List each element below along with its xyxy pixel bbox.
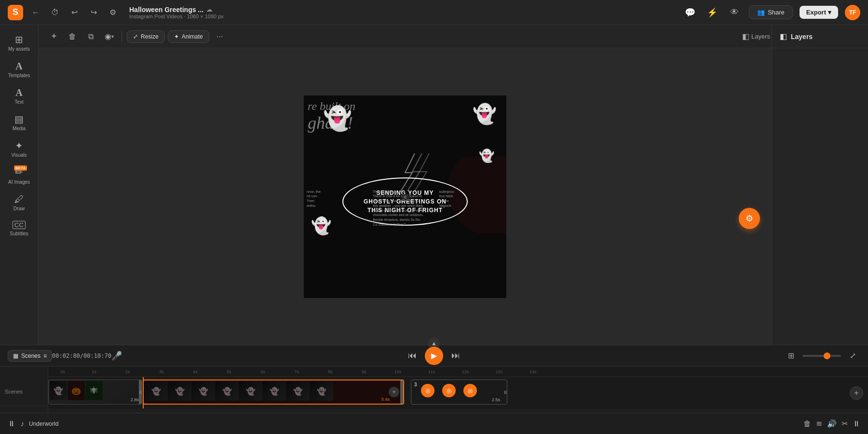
rewind-button[interactable]: ⏮ xyxy=(405,348,420,364)
scene-2-frames: 👻 👻 👻 👻 👻 👻 👻 👻 xyxy=(144,380,403,404)
sidebar-item-media[interactable]: ▤ Media xyxy=(3,110,36,135)
zoom-slider[interactable] xyxy=(802,355,841,357)
playhead-indicator: II xyxy=(401,194,409,201)
frame-2-1: 👻 xyxy=(145,381,168,401)
toolbar-right: ◧ Layers xyxy=(748,29,764,44)
ruler-3s: 3s xyxy=(159,369,164,374)
music-bar: ⏸ ♪ Underworld 🗑 ≋ 🔊 ✂ ⏸ xyxy=(0,413,868,434)
ruler-11s: 11s xyxy=(428,369,435,374)
share-icon: 👥 xyxy=(757,9,765,16)
undo-button[interactable]: ↩ xyxy=(68,6,81,19)
sidebar-item-label: My assets xyxy=(8,46,30,52)
sidebar-item-draw[interactable]: 🖊 Draw xyxy=(3,190,36,215)
text-icon: A xyxy=(15,88,22,97)
sidebar-item-ai-images[interactable]: ✏ BETA AI Images xyxy=(3,163,36,189)
redo-button[interactable]: ↪ xyxy=(87,6,100,19)
frame-2-7: 👻 xyxy=(286,381,310,401)
pause-music-button[interactable]: ⏸ xyxy=(8,420,15,428)
share-button[interactable]: 👥 Share xyxy=(749,5,793,19)
fill-button[interactable]: ◉ ▾ xyxy=(101,29,117,44)
transport-controls: ⏮ ▶ ⏭ xyxy=(405,347,463,365)
ruler-7s: 7s xyxy=(294,369,299,374)
scene-2-resize-handle[interactable] xyxy=(400,380,403,404)
copy-element-button[interactable]: ⧉ xyxy=(83,29,98,44)
layers-header: ◧ Layers xyxy=(772,25,868,48)
tracks-content: 0s 1s 2s 3s 4s 5s 6s 7s 8s 9s 10s 11s 12… xyxy=(48,366,868,413)
scissors-button[interactable]: ✂ xyxy=(841,419,848,428)
frame-1-3: 🕷 xyxy=(85,381,103,400)
audio-wave-button[interactable]: ≋ xyxy=(816,419,822,428)
sidebar-item-templates[interactable]: A Templates xyxy=(3,57,36,82)
chat-button[interactable]: 💬 xyxy=(682,5,698,20)
zoom-thumb[interactable] xyxy=(824,353,830,359)
avatar[interactable]: TF xyxy=(845,5,860,20)
scenes-grid-icon: ▦ xyxy=(13,353,18,359)
scene-block-3[interactable]: 3 ◎ ◎ ◎ ⏸ 2.5s xyxy=(411,380,507,405)
subtitles-icon: CC xyxy=(13,221,26,229)
ruler-1s: 1s xyxy=(92,369,96,374)
ruler-0s: 0s xyxy=(60,369,65,374)
resize-button[interactable]: ⤢ Resize xyxy=(127,30,165,43)
scene-1-resize-handle[interactable]: ⏸ xyxy=(139,380,142,404)
project-title: Halloween Greetings ... ☁ xyxy=(129,6,224,14)
zoom-track[interactable] xyxy=(802,355,841,357)
sidebar-item-visuals[interactable]: ✦ Visuals xyxy=(3,137,36,162)
frame-2-8: 👻 xyxy=(310,381,333,401)
timeline-area: ▲ ▦ Scenes ≡ 00:02:80/00:10:70 🎤 ⏮ ▶ ⏭ ⊞… xyxy=(0,345,868,434)
ruler-4s: 4s xyxy=(193,369,198,374)
cloud-icon: ☁ xyxy=(206,6,212,13)
ruler-5s: 5s xyxy=(227,369,231,374)
app-logo[interactable]: S xyxy=(8,5,23,20)
mic-button[interactable]: 🎤 xyxy=(111,351,122,361)
sidebar-item-label: Visuals xyxy=(11,152,27,158)
fullscreen-button[interactable]: ⤢ xyxy=(845,348,860,364)
add-scene-after-2[interactable]: + xyxy=(389,387,399,397)
ruler-9s: 9s xyxy=(362,369,366,374)
sidebar-item-subtitles[interactable]: CC Subtitles xyxy=(3,217,36,240)
settings-float-button[interactable]: ⚙ xyxy=(739,208,760,229)
sidebar-item-assets[interactable]: ⊞ My assets xyxy=(3,31,36,55)
scene-1-frames: 👻 🎃 🕷 xyxy=(49,380,142,404)
settings-button[interactable]: ⚙ xyxy=(106,6,120,19)
scene-2-duration: 5.4s xyxy=(381,397,390,402)
toolbar-left: + 🗑 ⧉ ◉ ▾ ⤢ Resize ✦ Animate ··· xyxy=(46,29,228,44)
layers-title: Layers xyxy=(791,33,813,41)
add-element-button[interactable]: + xyxy=(46,29,62,44)
play-button[interactable]: ▶ xyxy=(425,347,443,365)
draw-icon: 🖊 xyxy=(14,194,24,204)
volume-button[interactable]: 🔊 xyxy=(827,419,837,428)
layers-icon: ◧ xyxy=(742,32,749,41)
layers-toggle-button[interactable]: ◧ Layers xyxy=(748,29,764,44)
sidebar-item-label: Subtitles xyxy=(10,231,28,236)
music-note-icon: ♪ xyxy=(20,420,24,428)
back-button[interactable]: ← xyxy=(29,6,42,19)
project-subtitle: Instagram Post Videos · 1080 × 1080 px xyxy=(129,14,224,19)
more-options-button[interactable]: ··· xyxy=(212,29,228,44)
add-scene-button[interactable]: + xyxy=(850,386,863,400)
top-actions: 💬 ⚡ 👁 👥 Share Export ▾ TF xyxy=(682,5,860,20)
frame-2-3: 👻 xyxy=(192,381,215,401)
delete-element-button[interactable]: 🗑 xyxy=(65,29,80,44)
fast-forward-button[interactable]: ⏭ xyxy=(448,348,463,364)
timeline-tracks-wrapper: Scenes 0s 1s 2s 3s 4s 5s 6s 7s 8s 9s 10s… xyxy=(0,366,868,413)
layers-panel-icon: ◧ xyxy=(780,32,787,41)
sidebar-item-text[interactable]: A Text xyxy=(3,84,36,108)
export-button[interactable]: Export ▾ xyxy=(800,6,838,19)
scenes-button[interactable]: ▦ Scenes ≡ xyxy=(8,350,52,362)
timeline-controls-right: ⊞ ⤢ xyxy=(783,348,860,364)
history-button[interactable]: ⏱ xyxy=(48,6,62,19)
project-title-block: Halloween Greetings ... ☁ Instagram Post… xyxy=(129,6,224,19)
scene-block-1[interactable]: 1 👻 🎃 🕷 2.8s ⏸ xyxy=(48,380,142,405)
frame-2-5: 👻 xyxy=(239,381,262,401)
delete-track-button[interactable]: 🗑 xyxy=(803,420,811,428)
scene-3-resize-handle[interactable]: ⏸ xyxy=(504,380,507,404)
scene-block-2[interactable]: 👻 👻 👻 👻 👻 👻 👻 👻 5.4s + xyxy=(143,380,404,405)
canvas-container[interactable]: re built on ghaui! 👻 👻 👻 👻 xyxy=(39,48,772,345)
templates-icon: A xyxy=(15,61,22,71)
bolt-button[interactable]: ⚡ xyxy=(705,5,720,20)
animate-button[interactable]: ✦ Animate xyxy=(168,30,209,43)
preview-button[interactable]: 👁 xyxy=(727,5,742,20)
pause-music-2-button[interactable]: ⏸ xyxy=(853,420,860,428)
grid-view-button[interactable]: ⊞ xyxy=(783,348,799,364)
left-sidebar: ⊞ My assets A Templates A Text ▤ Media ✦… xyxy=(0,25,39,345)
